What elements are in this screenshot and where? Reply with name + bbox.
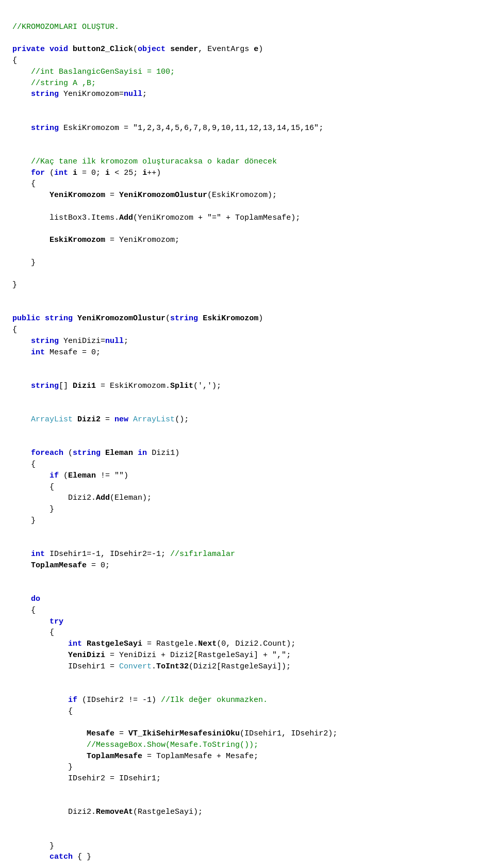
line-dizi2-add: Dizi2.Add(Eleman); bbox=[12, 494, 152, 502]
comment-int-base: //int BaslangicGenSayisi = 100; bbox=[12, 68, 175, 76]
line-yenidizi: string YeniDizi=null; bbox=[12, 337, 128, 346]
brace-close-for: } bbox=[12, 258, 36, 267]
line-removeat: Dizi2.RemoveAt(RastgeleSayi); bbox=[12, 808, 203, 816]
line-foreach: foreach (string Eleman in Dizi1) bbox=[12, 449, 179, 457]
line-listbox-add: listBox3.Items.Add(YeniKromozom + "=" + … bbox=[12, 214, 300, 222]
line-mesafe: int Mesafe = 0; bbox=[12, 348, 101, 357]
comment-string-ab: //string A ,B; bbox=[12, 79, 96, 88]
line-yenidizi-concat: YeniDizi = YeniDizi + Dizi2[RastgeleSayi… bbox=[12, 651, 291, 660]
line-toplam-zero: ToplamMesafe = 0; bbox=[12, 561, 110, 570]
line-eski-krom: string EskiKromozom = "1,2,3,4,5,6,7,8,9… bbox=[12, 124, 323, 133]
comment-messagebox: //MessageBox.Show(Mesafe.ToString()); bbox=[12, 741, 258, 749]
line-do: do bbox=[12, 595, 40, 603]
line-idsehir2-assign: IDsehir2 = IDsehir1; bbox=[12, 774, 161, 783]
line-for: for (int i = 0; i < 25; i++) bbox=[12, 169, 161, 177]
brace-close-method1: } bbox=[12, 281, 17, 289]
brace-open-if2: { bbox=[12, 707, 73, 716]
line-public-string: public string YeniKromozomOlustur(string… bbox=[12, 314, 263, 323]
line-if-idsehir2: if (IDsehir2 != -1) //Ilk değer okunmazk… bbox=[12, 696, 268, 705]
line-idsehir-init: int IDsehir1=-1, IDsehir2=-1; //sıfırlam… bbox=[12, 550, 235, 559]
brace-close-if1: } bbox=[12, 505, 54, 514]
comment-kromozom: //KROMOZOMLARI OLUŞTUR. bbox=[12, 23, 119, 31]
brace-open-if1: { bbox=[12, 483, 54, 492]
line-try: try bbox=[12, 617, 63, 626]
line-dizi2: ArrayList Dizi2 = new ArrayList(); bbox=[12, 415, 189, 424]
line-catch: catch { } bbox=[12, 853, 91, 861]
brace-close-try-inner: } bbox=[12, 842, 54, 850]
line-mesafe-calc: Mesafe = VT_IkiSehirMesafesiniOku(IDsehi… bbox=[12, 729, 337, 738]
line-yeni-krom: string YeniKromozom=null; bbox=[12, 90, 147, 99]
brace-open-do: { bbox=[12, 606, 36, 615]
line-if-eleman: if (Eleman != "") bbox=[12, 471, 128, 480]
line-idsehir1-assign: IDsehir1 = Convert.ToInt32(Dizi2[Rastgel… bbox=[12, 662, 291, 671]
brace-close-if2: } bbox=[12, 763, 73, 772]
brace-open-1: { bbox=[12, 56, 17, 65]
line-private: private void button2_Click(object sender… bbox=[12, 45, 263, 54]
brace-open-foreach: { bbox=[12, 460, 36, 469]
line-dizi1: string[] Dizi1 = EskiKromozom.Split(',')… bbox=[12, 382, 221, 390]
line-yenikrom-assign: YeniKromozom = YeniKromozomOlustur(EskiK… bbox=[12, 191, 277, 200]
line-eskikrom-assign: EskiKromozom = YeniKromozom; bbox=[12, 236, 179, 244]
brace-open-method2: { bbox=[12, 325, 17, 334]
brace-close-foreach: } bbox=[12, 516, 36, 525]
line-toplam-add: ToplamMesafe = ToplamMesafe + Mesafe; bbox=[12, 752, 258, 761]
brace-open-for: { bbox=[12, 179, 36, 188]
line-comment-kac: //Kaç tane ilk kromozom oluşturacaksa o … bbox=[12, 157, 277, 166]
line-rastgele-sayi: int RastgeleSayi = Rastgele.Next(0, Dizi… bbox=[12, 640, 295, 648]
code-editor: //KROMOZOMLARI OLUŞTUR. private void but… bbox=[12, 10, 483, 868]
brace-open-try: { bbox=[12, 628, 54, 637]
